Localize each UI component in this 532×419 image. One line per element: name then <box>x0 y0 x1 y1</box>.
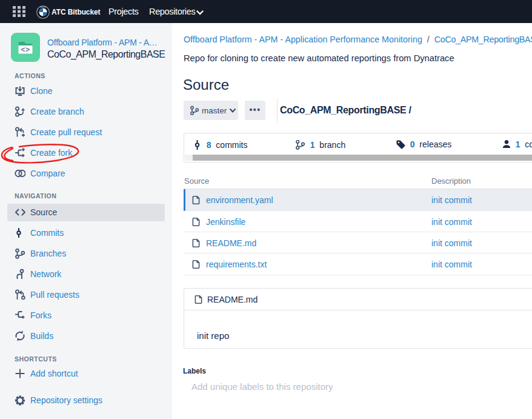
svg-text:<>: <> <box>21 45 30 54</box>
svg-text:B M W: B M W <box>41 6 46 8</box>
